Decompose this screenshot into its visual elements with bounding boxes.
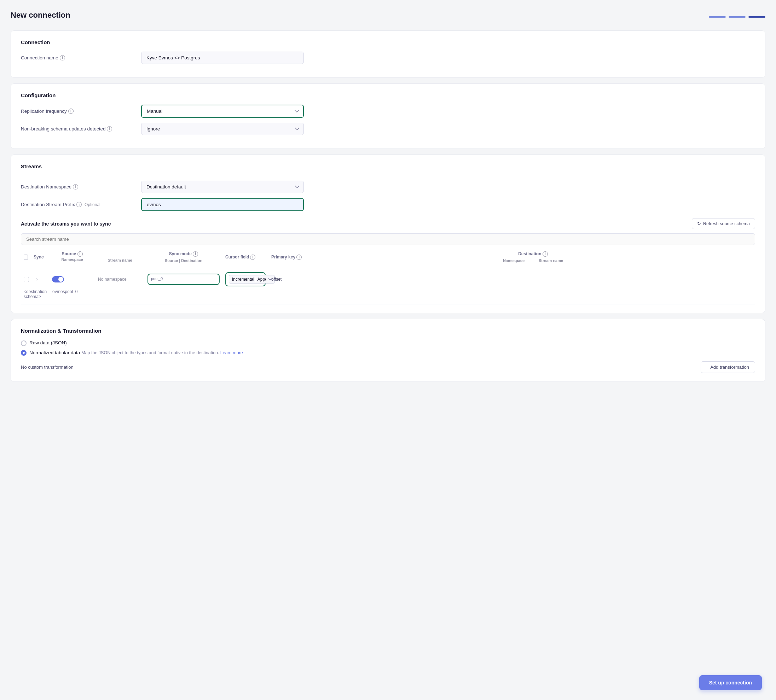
dest-prefix-row: Destination Stream Prefix i Optional <box>21 198 755 211</box>
activate-streams-section: Activate the streams you want to sync ↻ … <box>21 218 755 304</box>
dest-stream-value: evmospool_0 <box>52 289 77 299</box>
replication-label: Replication frequency i <box>21 108 141 114</box>
progress-step-3 <box>748 16 765 18</box>
th-sync-mode: Sync mode i Source | Destination <box>145 249 222 265</box>
th-checkbox <box>21 249 31 265</box>
schema-update-control: Ignore Propagate <box>141 123 304 135</box>
th-stream-name: Stream name <box>95 249 145 265</box>
dest-prefix-optional: Optional <box>85 202 100 207</box>
th-primary-key: Primary key i <box>269 249 311 265</box>
dest-prefix-label: Destination Stream Prefix i Optional <box>21 202 141 207</box>
dest-info-icon[interactable]: i <box>542 252 548 257</box>
td-primary-key <box>311 278 755 281</box>
dest-namespace-label: Destination Namespace i <box>21 184 141 190</box>
activate-streams-title: Activate the streams you want to sync <box>21 221 111 227</box>
refresh-icon: ↻ <box>697 221 701 226</box>
refresh-source-schema-button[interactable]: ↻ Refresh source schema <box>692 218 755 229</box>
dest-namespace-row: Destination Namespace i Destination defa… <box>21 181 755 193</box>
cursor-info-icon[interactable]: i <box>250 255 255 260</box>
configuration-section-title: Configuration <box>21 92 755 98</box>
connection-section-title: Connection <box>21 39 755 45</box>
normalized-data-radio[interactable] <box>21 350 27 356</box>
progress-step-1 <box>709 16 726 18</box>
dest-namespace-info-icon[interactable]: i <box>73 184 78 190</box>
td-destination: <destination schema> evmospool_0 <box>21 288 31 300</box>
sync-mode-source-dest-label: pool_0 <box>151 277 216 281</box>
schema-update-info-icon[interactable]: i <box>107 126 112 132</box>
dest-namespace-select[interactable]: Destination default Mirror source namesp… <box>141 181 304 193</box>
replication-control: Manual Every hour Every 3 hours Every 6 … <box>141 105 304 118</box>
schema-update-label: Non-breaking schema updates detected i <box>21 126 141 132</box>
setup-connection-button[interactable]: Set up connection <box>699 675 762 690</box>
expand-chevron-icon[interactable]: › <box>33 276 40 282</box>
connection-name-input[interactable] <box>141 52 304 64</box>
progress-step-2 <box>729 16 746 18</box>
td-cursor-field: offset <box>269 275 311 283</box>
schema-update-row: Non-breaking schema updates detected i I… <box>21 123 755 135</box>
normalized-data-label: Normalized tabular data <box>29 350 80 355</box>
streams-header: Streams <box>21 163 755 176</box>
normalized-data-desc: Map the JSON object to the types and for… <box>81 350 220 355</box>
normalization-card: Normalization & Transformation Raw data … <box>11 319 765 382</box>
replication-info-icon[interactable]: i <box>68 108 73 114</box>
primary-key-info-icon[interactable]: i <box>296 255 302 260</box>
configuration-card: Configuration Replication frequency i Ma… <box>11 83 765 149</box>
td-sync-mode: Incremental | Append Full Refresh | Over… <box>222 271 269 288</box>
source-info-icon[interactable]: i <box>77 252 83 257</box>
sync-mode-select[interactable]: Incremental | Append Full Refresh | Over… <box>229 275 275 283</box>
stream-table-header: Sync Source i Namespace Stream name Sync… <box>21 249 755 267</box>
td-source-namespace: No namespace <box>95 275 145 283</box>
td-checkbox <box>21 275 31 283</box>
normalized-data-text: Normalized tabular data Map the JSON obj… <box>29 350 243 355</box>
td-expand: › <box>31 275 49 284</box>
no-custom-transformation-text: No custom transformation <box>21 365 73 370</box>
schema-update-select[interactable]: Ignore Propagate <box>141 123 304 135</box>
normalization-options: Raw data (JSON) Normalized tabular data … <box>21 340 755 356</box>
sync-mode-select-box: Incremental | Append Full Refresh | Over… <box>225 272 265 287</box>
td-stream-name: pool_0 <box>145 272 222 287</box>
raw-data-radio[interactable] <box>21 340 27 346</box>
stream-toggle[interactable] <box>52 276 64 282</box>
connection-name-control <box>141 52 304 64</box>
connection-card: Connection Connection name i <box>11 30 765 78</box>
td-toggle <box>49 275 95 284</box>
search-stream-input[interactable] <box>21 233 755 245</box>
add-transformation-button[interactable]: + Add transformation <box>701 361 755 373</box>
raw-data-label: Raw data (JSON) <box>29 340 67 345</box>
sync-mode-box: pool_0 <box>147 273 220 285</box>
normalized-data-option: Normalized tabular data Map the JSON obj… <box>21 350 755 356</box>
dest-namespace-control: Destination default Mirror source namesp… <box>141 181 304 193</box>
progress-bar <box>709 16 765 18</box>
normalization-section-title: Normalization & Transformation <box>21 328 755 334</box>
th-cursor: Cursor field i <box>222 249 269 265</box>
th-destination: Destination i Namespace Stream name <box>311 249 755 265</box>
th-sync: Sync <box>31 249 49 265</box>
learn-more-link[interactable]: Learn more <box>220 350 243 355</box>
dest-prefix-info-icon[interactable]: i <box>77 202 82 207</box>
dest-prefix-control <box>141 198 304 211</box>
streams-section-title: Streams <box>21 163 42 169</box>
replication-row: Replication frequency i Manual Every hou… <box>21 105 755 118</box>
dest-schema-value: <destination schema> <box>24 289 47 299</box>
raw-data-option: Raw data (JSON) <box>21 340 755 346</box>
page-title: New connection <box>11 11 70 20</box>
sync-mode-info-icon[interactable]: i <box>193 252 198 257</box>
replication-select[interactable]: Manual Every hour Every 3 hours Every 6 … <box>141 105 304 118</box>
connection-name-label: Connection name i <box>21 55 141 60</box>
streams-card: Streams Destination Namespace i Destinat… <box>11 155 765 313</box>
table-row: › No namespace pool_0 Incremental | Appe… <box>21 267 755 304</box>
connection-name-row: Connection name i <box>21 52 755 64</box>
th-source: Source i Namespace <box>49 249 95 265</box>
row-checkbox[interactable] <box>24 277 29 282</box>
connection-name-info-icon[interactable]: i <box>60 55 65 60</box>
header-checkbox[interactable] <box>24 255 28 260</box>
dest-prefix-input[interactable] <box>141 198 304 211</box>
transformation-row: No custom transformation + Add transform… <box>21 361 755 373</box>
